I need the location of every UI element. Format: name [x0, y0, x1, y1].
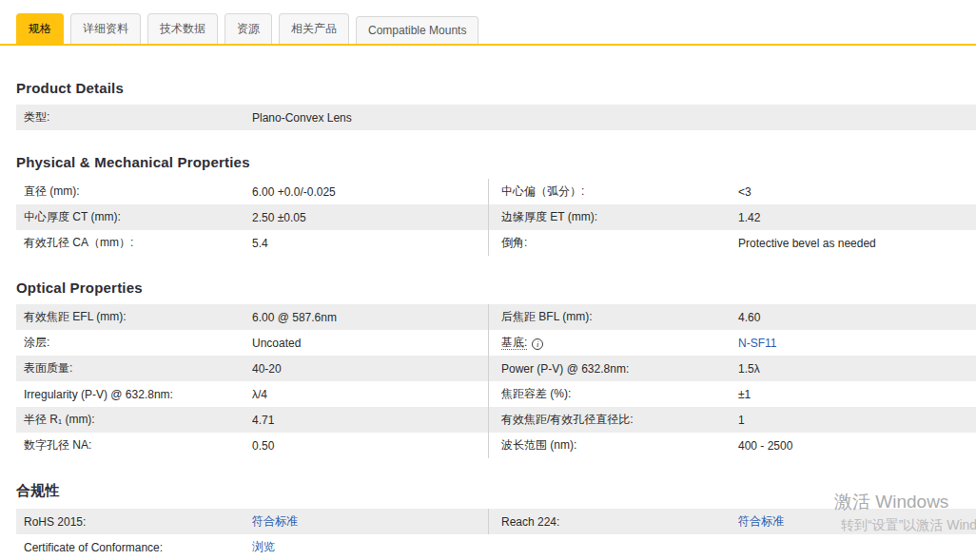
spec-label: 波长范围 (nm):	[489, 437, 738, 454]
spec-label: 后焦距 BFL (mm):	[489, 309, 738, 325]
spec-row: 有效焦距 EFL (mm):6.00 @ 587.6nm后焦距 BFL (mm)…	[16, 304, 976, 330]
spec-cell-left: 直径 (mm):6.00 +0.0/-0.025	[16, 179, 488, 204]
section-optical-properties: Optical Properties有效焦距 EFL (mm):6.00 @ 5…	[0, 280, 976, 458]
spec-value: 6.00 +0.0/-0.025	[252, 185, 488, 199]
spec-cell-right: 波长范围 (nm):400 - 2500	[488, 433, 976, 458]
spec-label: 中心厚度 CT (mm):	[16, 209, 252, 225]
tab-compatible-mounts[interactable]: Compatible Mounts	[356, 16, 478, 44]
spec-row: 半径 R₁ (mm):4.71有效焦距/有效孔径直径比:1	[16, 407, 976, 433]
spec-cell-right: 倒角:Protective bevel as needed	[488, 230, 976, 256]
spec-cell-left: 类型:Plano-Convex Lens	[16, 105, 488, 130]
spec-value: 1.5λ	[738, 362, 976, 376]
spec-value: 1	[738, 414, 976, 427]
spec-row: 类型:Plano-Convex Lens	[16, 105, 976, 130]
spec-value: λ/4	[252, 388, 488, 401]
spec-cell-left: 有效焦距 EFL (mm):6.00 @ 587.6nm	[16, 304, 488, 330]
spec-value: 符合标准	[738, 513, 976, 530]
spec-label: Irregularity (P-V) @ 632.8nm:	[16, 388, 252, 401]
section-title: Product Details	[16, 80, 976, 96]
spec-cell-right	[488, 534, 976, 560]
tab-related-products[interactable]: 相关产品	[279, 13, 349, 44]
tab-bar: 规格详细资料技术数据资源相关产品Compatible Mounts	[0, 0, 976, 46]
spec-label: 有效孔径 CA（mm）:	[16, 235, 252, 251]
info-icon[interactable]: i	[532, 338, 543, 350]
spec-row: Certificate of Conformance:浏览	[16, 534, 976, 560]
spec-label: 涂层:	[16, 335, 252, 351]
spec-label: 直径 (mm):	[16, 183, 252, 200]
spec-row: 中心厚度 CT (mm):2.50 ±0.05边缘厚度 ET (mm):1.42	[16, 204, 976, 230]
section-physical-mechanical-properties: Physical & Mechanical Properties直径 (mm):…	[0, 154, 976, 256]
spec-cell-left: 数字孔径 NA:0.50	[16, 433, 488, 458]
spec-value-link[interactable]: N-SF11	[738, 337, 776, 350]
spec-value: N-SF11	[738, 337, 976, 350]
section-title: Physical & Mechanical Properties	[16, 154, 976, 170]
spec-label: 边缘厚度 ET (mm):	[489, 209, 738, 225]
spec-value: 5.4	[252, 237, 488, 250]
spec-cell-right	[488, 105, 976, 130]
spec-value: 4.60	[738, 311, 976, 324]
spec-cell-right: 中心偏（弧分）:<3	[488, 179, 976, 204]
spec-cell-right: 边缘厚度 ET (mm):1.42	[488, 204, 976, 230]
spec-cell-left: 表面质量:40-20	[16, 356, 488, 381]
specs-content: Product Details类型:Plano-Convex LensPhysi…	[0, 46, 976, 560]
tab-details[interactable]: 详细资料	[70, 13, 141, 44]
spec-label: RoHS 2015:	[16, 515, 252, 529]
section-title: 合规性	[16, 482, 976, 500]
spec-value-link[interactable]: 符合标准	[738, 514, 784, 528]
spec-row: 有效孔径 CA（mm）:5.4倒角:Protective bevel as ne…	[16, 230, 976, 256]
spec-label: 有效焦距/有效孔径直径比:	[489, 412, 738, 428]
spec-label: 半径 R₁ (mm):	[16, 412, 252, 428]
spec-cell-right: Power (P-V) @ 632.8nm:1.5λ	[488, 356, 976, 381]
spec-value: 400 - 2500	[738, 439, 976, 453]
spec-row: Irregularity (P-V) @ 632.8nm:λ/4焦距容差 (%)…	[16, 381, 976, 407]
spec-value: 0.50	[252, 439, 488, 453]
spec-cell-right: 基底:iN-SF11	[488, 330, 976, 356]
spec-cell-left: RoHS 2015:符合标准	[16, 509, 488, 534]
spec-value: 2.50 ±0.05	[252, 211, 488, 224]
spec-cell-right: Reach 224:符合标准	[488, 509, 976, 534]
spec-value-link[interactable]: 符合标准	[252, 514, 298, 528]
spec-value: <3	[738, 185, 976, 199]
spec-value: 40-20	[252, 362, 488, 376]
spec-cell-left: 涂层:Uncoated	[16, 330, 488, 356]
section-compliance: 合规性RoHS 2015:符合标准Reach 224:符合标准Certifica…	[0, 482, 976, 560]
spec-label: 类型:	[16, 109, 252, 126]
spec-label: 焦距容差 (%):	[489, 386, 738, 402]
spec-value: 4.71	[252, 414, 488, 427]
spec-cell-left: 中心厚度 CT (mm):2.50 ±0.05	[16, 204, 488, 230]
tab-specifications[interactable]: 规格	[16, 13, 64, 44]
spec-label: 数字孔径 NA:	[16, 437, 252, 454]
spec-cell-left: 有效孔径 CA（mm）:5.4	[16, 230, 488, 256]
section-product-details: Product Details类型:Plano-Convex Lens	[0, 80, 976, 130]
spec-label: 表面质量:	[16, 360, 252, 377]
tab-technical-data[interactable]: 技术数据	[147, 13, 218, 44]
spec-row: 直径 (mm):6.00 +0.0/-0.025中心偏（弧分）:<3	[16, 179, 976, 204]
spec-row: RoHS 2015:符合标准Reach 224:符合标准	[16, 509, 976, 534]
spec-value: 1.42	[738, 211, 976, 224]
spec-label: 有效焦距 EFL (mm):	[16, 309, 252, 325]
spec-cell-left: Certificate of Conformance:浏览	[16, 534, 488, 560]
spec-value: Protective bevel as needed	[738, 237, 976, 250]
section-title: Optical Properties	[16, 280, 976, 296]
spec-value: 6.00 @ 587.6nm	[252, 311, 488, 324]
spec-label: 中心偏（弧分）:	[489, 183, 738, 200]
spec-row: 表面质量:40-20Power (P-V) @ 632.8nm:1.5λ	[16, 356, 976, 381]
spec-cell-left: Irregularity (P-V) @ 632.8nm:λ/4	[16, 381, 488, 407]
spec-value: 符合标准	[252, 513, 488, 530]
spec-label: 倒角:	[489, 235, 738, 251]
spec-row: 数字孔径 NA:0.50波长范围 (nm):400 - 2500	[16, 433, 976, 458]
spec-value-link[interactable]: 浏览	[252, 540, 275, 553]
spec-value: Plano-Convex Lens	[252, 111, 488, 125]
spec-cell-right: 焦距容差 (%):±1	[488, 381, 976, 407]
spec-label: Certificate of Conformance:	[16, 541, 252, 554]
spec-cell-left: 半径 R₁ (mm):4.71	[16, 407, 488, 433]
spec-label: Reach 224:	[489, 515, 738, 529]
spec-value: Uncoated	[252, 337, 488, 350]
spec-value: ±1	[738, 388, 976, 401]
spec-cell-right: 有效焦距/有效孔径直径比:1	[488, 407, 976, 433]
spec-cell-right: 后焦距 BFL (mm):4.60	[488, 304, 976, 330]
tab-resources[interactable]: 资源	[224, 13, 272, 44]
spec-value: 浏览	[252, 539, 488, 555]
spec-label: Power (P-V) @ 632.8nm:	[489, 362, 738, 376]
spec-label: 基底:i	[489, 335, 738, 351]
